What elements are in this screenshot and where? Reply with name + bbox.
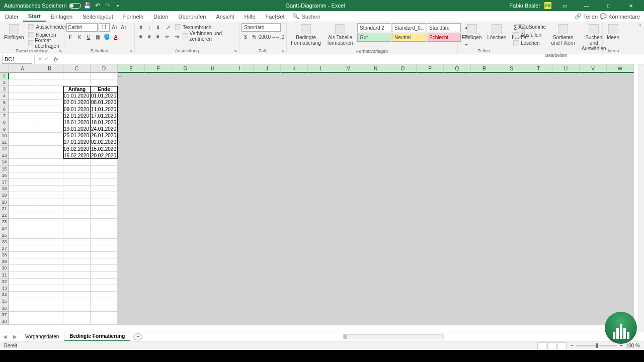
sheet-tab-bedingte-formatierung[interactable]: Bedingte Formatierung: [64, 332, 130, 341]
col-header-C[interactable]: C: [63, 64, 91, 73]
cell[interactable]: [281, 225, 308, 232]
number-launcher-icon[interactable]: ⬊: [280, 48, 285, 53]
cell[interactable]: [498, 252, 525, 258]
cell[interactable]: [607, 73, 634, 79]
cell[interactable]: [226, 305, 254, 312]
cut-button[interactable]: Ausschneiden: [27, 23, 68, 31]
cell[interactable]: [498, 186, 525, 192]
align-middle-icon[interactable]: ↕: [145, 23, 153, 31]
cell[interactable]: [552, 245, 580, 252]
row-header-20[interactable]: 20: [0, 199, 9, 206]
cell[interactable]: [63, 219, 91, 225]
cell[interactable]: [281, 252, 308, 258]
cell[interactable]: [254, 172, 281, 179]
cell[interactable]: [471, 152, 498, 159]
cell[interactable]: [118, 298, 145, 305]
row-header-34[interactable]: 34: [0, 292, 9, 298]
cell[interactable]: [118, 265, 145, 272]
sheet-nav-next-icon[interactable]: ▶: [10, 334, 20, 339]
cell[interactable]: [525, 258, 552, 265]
cell[interactable]: [552, 159, 580, 165]
cell[interactable]: [552, 100, 580, 106]
cell[interactable]: [444, 305, 471, 312]
cell[interactable]: [552, 272, 580, 279]
close-icon[interactable]: ✕: [622, 0, 640, 11]
cell[interactable]: [281, 265, 308, 272]
row-header-35[interactable]: 35: [0, 298, 9, 305]
cell[interactable]: [199, 312, 226, 318]
cell[interactable]: [525, 312, 552, 318]
cell[interactable]: [9, 179, 36, 186]
cell[interactable]: [145, 192, 172, 199]
row-header-14[interactable]: 14: [0, 159, 9, 165]
cell[interactable]: 18.01.2020: [63, 119, 91, 126]
cell[interactable]: [444, 292, 471, 298]
cell[interactable]: [335, 152, 362, 159]
cell[interactable]: [525, 152, 552, 159]
cell[interactable]: [417, 265, 444, 272]
cell[interactable]: [9, 139, 36, 146]
cell[interactable]: [417, 232, 444, 239]
cell[interactable]: [36, 318, 63, 325]
cell[interactable]: [580, 212, 607, 219]
cell[interactable]: [63, 159, 91, 165]
cell[interactable]: [498, 279, 525, 285]
grow-font-icon[interactable]: A↑: [111, 23, 119, 31]
cell[interactable]: [254, 93, 281, 100]
cell[interactable]: [145, 232, 172, 239]
cell[interactable]: [281, 272, 308, 279]
cell[interactable]: [444, 252, 471, 258]
cell[interactable]: [498, 126, 525, 133]
cell[interactable]: [580, 100, 607, 106]
cell[interactable]: [389, 79, 417, 86]
cell[interactable]: [444, 219, 471, 225]
cell[interactable]: [362, 133, 389, 139]
cell[interactable]: [308, 133, 335, 139]
cell[interactable]: [471, 133, 498, 139]
cell[interactable]: [335, 119, 362, 126]
tab-formeln[interactable]: Formeln: [118, 11, 148, 22]
cell[interactable]: [172, 119, 199, 126]
cell[interactable]: [145, 79, 172, 86]
user-name[interactable]: Fabio Basler: [509, 3, 540, 9]
cell[interactable]: [172, 245, 199, 252]
cell[interactable]: [471, 252, 498, 258]
cell[interactable]: [145, 100, 172, 106]
cell[interactable]: [118, 172, 145, 179]
cell[interactable]: 08.01.2020: [91, 100, 118, 106]
cell[interactable]: [308, 146, 335, 152]
cell[interactable]: [417, 139, 444, 146]
cell[interactable]: [444, 239, 471, 245]
cell[interactable]: [63, 245, 91, 252]
cell[interactable]: [525, 119, 552, 126]
cell[interactable]: [525, 239, 552, 245]
cell[interactable]: [552, 93, 580, 100]
cell[interactable]: [335, 318, 362, 325]
cell[interactable]: [362, 225, 389, 232]
cell[interactable]: [498, 212, 525, 219]
row-header-24[interactable]: 24: [0, 225, 9, 232]
cell[interactable]: [552, 152, 580, 159]
delete-cells-button[interactable]: Löschen: [485, 23, 508, 41]
cell[interactable]: [580, 139, 607, 146]
cell[interactable]: [36, 139, 63, 146]
cell[interactable]: [9, 73, 36, 79]
cell[interactable]: [471, 139, 498, 146]
cell[interactable]: [471, 298, 498, 305]
font-launcher-icon[interactable]: ⬊: [128, 48, 133, 53]
cell[interactable]: [118, 272, 145, 279]
cell[interactable]: [172, 113, 199, 119]
cell[interactable]: [417, 126, 444, 133]
cell[interactable]: [580, 258, 607, 265]
insert-cells-button[interactable]: Einfügen: [460, 23, 484, 41]
cell[interactable]: [281, 206, 308, 212]
cell[interactable]: [580, 73, 607, 79]
cell[interactable]: [498, 86, 525, 93]
col-header-Q[interactable]: Q: [444, 64, 471, 73]
cell[interactable]: [199, 166, 226, 172]
cell[interactable]: [362, 119, 389, 126]
cell[interactable]: [580, 159, 607, 165]
row-header-21[interactable]: 21: [0, 206, 9, 212]
cell[interactable]: [498, 232, 525, 239]
cell[interactable]: [607, 279, 634, 285]
